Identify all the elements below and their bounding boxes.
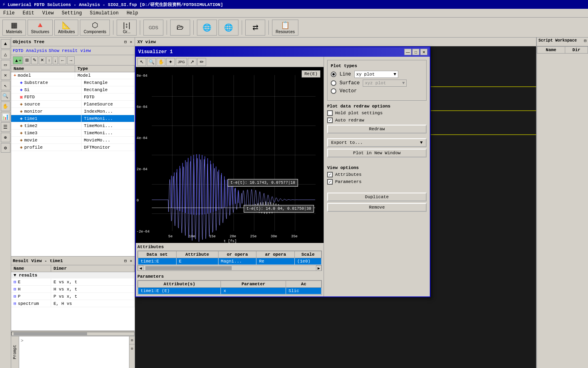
tree-add-btn[interactable]: ▲+ <box>13 56 23 64</box>
param-row-0[interactable]: time1:E (E) x Slic <box>138 288 322 294</box>
result-row-E[interactable]: ⊞ E E vs x, t <box>11 278 135 286</box>
menu-setting[interactable]: Setting <box>60 10 83 16</box>
menu-simulation[interactable]: Simulation <box>88 10 120 16</box>
vis-pen-btn[interactable]: ✏ <box>197 58 206 66</box>
fdtd-analysis-bar: FDTD Analysis Show result view <box>11 46 135 55</box>
tree-down-btn[interactable]: ↓ <box>53 56 58 64</box>
tree-right-btn[interactable]: → <box>67 56 75 64</box>
vis-zoom-btn[interactable]: 🔍 <box>147 58 156 66</box>
hold-plot-checkbox[interactable] <box>327 110 333 116</box>
menu-help[interactable]: Help <box>125 10 140 16</box>
result-row-spectrum[interactable]: ⊞ spectrum E, H vs <box>11 300 135 307</box>
menu-edit[interactable]: Edit <box>21 10 36 16</box>
tree-grid-btn[interactable]: ⊞ <box>24 56 30 64</box>
tree-row-fdtd[interactable]: ▣ FDTD FDTD <box>11 93 135 101</box>
xyz-plot-dropdown[interactable]: xyz plot ▼ <box>363 80 407 87</box>
script-minimize-btn[interactable]: ⊟ <box>584 38 586 45</box>
tree-delete-btn[interactable]: ✕ <box>39 56 46 64</box>
redraw-button[interactable]: Redraw <box>327 125 427 133</box>
result-row-H[interactable]: ⊞ H H vs x, t <box>11 286 135 293</box>
gr-button[interactable]: |↕| Gr... <box>117 20 137 36</box>
menu-view[interactable]: View <box>41 10 56 16</box>
attributes-button[interactable]: 📐 Attributes <box>54 20 78 36</box>
attr-scrollbar-thumb[interactable] <box>145 266 232 270</box>
tree-row-profile[interactable]: ◈ profile DFTMonitor <box>11 144 135 151</box>
tree-row-monitor[interactable]: ◈ monitor IndexMon... <box>11 108 135 115</box>
side-icon-hand[interactable]: ✋ <box>1 101 10 111</box>
tree-row-time2[interactable]: ◈ time2 TimeMoni... <box>11 122 135 129</box>
tree-edit-btn[interactable]: ✎ <box>31 56 38 64</box>
vis-close-btn[interactable]: ✕ <box>420 49 427 55</box>
objects-tree-close[interactable]: ✕ <box>129 40 133 44</box>
vis-hand-btn[interactable]: ✋ <box>157 58 165 66</box>
attributes-view-checkbox[interactable]: ✓ <box>327 172 333 177</box>
show-result-link[interactable]: Show result view <box>49 48 91 53</box>
side-icon-list[interactable]: ☰ <box>1 122 10 132</box>
vis-crosshair-btn[interactable]: ✦ <box>166 58 175 66</box>
side-icon-add[interactable]: ⊕ <box>1 133 10 142</box>
result-row-P[interactable]: ⊞ P P vs x, t <box>11 293 135 300</box>
radio-vector[interactable] <box>331 88 336 94</box>
side-icon-gear[interactable]: ⚙ <box>1 143 10 153</box>
tree-left-btn[interactable]: ← <box>59 56 66 64</box>
arrows-button[interactable]: ⇄ <box>245 20 265 36</box>
result-view-close[interactable]: ✕ <box>129 259 133 263</box>
prompt-input-area[interactable]: > <box>19 336 129 368</box>
tree-row-source[interactable]: ◈ source PlaneSource <box>11 101 135 108</box>
plot-new-window-button[interactable]: Plot in New Window <box>327 149 427 157</box>
tab-indicator-2[interactable]: ⊟ <box>129 344 135 352</box>
tree-row-substrate[interactable]: ◆ Substrate Rectangle <box>11 79 135 86</box>
vis-jpg-btn[interactable]: JPG <box>176 58 187 66</box>
xy-plot-dropdown[interactable]: xy plot ▼ <box>354 71 398 78</box>
materials-button[interactable]: ▦ Materials <box>2 20 26 36</box>
components-button[interactable]: ⬡ Components <box>80 20 110 36</box>
result-scrollbar-thumb[interactable] <box>14 332 87 336</box>
duplicate-button[interactable]: Duplicate <box>327 193 427 201</box>
attr-scrollbar[interactable]: ◀ ▶ <box>137 265 322 271</box>
tree-row-si[interactable]: ◆ Si Rectangle <box>11 86 135 93</box>
parameters-view-checkbox[interactable]: ✓ <box>327 179 333 185</box>
tree-up-btn[interactable]: ↑ <box>46 56 52 64</box>
tab-indicator[interactable]: ⊟ <box>129 336 135 344</box>
result-scrollbar[interactable] <box>11 330 135 336</box>
vis-export-btn[interactable]: ↗ <box>188 58 197 66</box>
vis-maximize-btn[interactable]: □ <box>412 49 419 55</box>
script-table: Name Dir <box>537 46 588 54</box>
auto-redraw-checkbox[interactable]: ✓ <box>327 117 333 123</box>
resources-button[interactable]: 📋 Resources <box>272 20 298 36</box>
attr-scroll-left[interactable]: ◀ <box>138 265 143 271</box>
tree-row-movie[interactable]: ◈ movie MovieMo... <box>11 137 135 144</box>
radio-surface[interactable] <box>331 80 336 86</box>
attr-scroll-right[interactable]: ▶ <box>316 265 322 271</box>
side-icon-rect[interactable]: ▭ <box>1 60 10 70</box>
folder-button[interactable]: 🗁 <box>170 20 190 36</box>
fdtd-analysis-link[interactable]: FDTD Analysis <box>13 48 47 53</box>
result-view-minimize[interactable]: ⊟ <box>123 259 127 263</box>
attr-row-0[interactable]: time1:E E Magni... Re (1e0) <box>138 258 322 265</box>
remove-button[interactable]: Remove <box>327 203 427 212</box>
side-icon-cursor[interactable]: ↖ <box>1 81 10 90</box>
vis-minimize-btn[interactable]: — <box>404 49 411 55</box>
vis-plot-area[interactable]: Re(E) t-e(t): 10.1743, 0.07577|18 t-e(t)… <box>136 67 324 243</box>
tree-row-time3[interactable]: ◈ time3 TimeMoni... <box>11 129 135 137</box>
result-group-results[interactable]: ▼ results <box>11 272 135 278</box>
objects-tree-minimize[interactable]: ⊟ <box>123 40 127 44</box>
side-icon-outline-triangle[interactable]: △ <box>1 50 10 59</box>
globe1-button[interactable]: 🌐 <box>197 20 217 36</box>
structures-button[interactable]: 🔺 Structures <box>28 20 53 36</box>
visualizer-title-bar[interactable]: Visualizer 1 — □ ✕ <box>136 47 430 57</box>
tree-row-time1[interactable]: ◈ time1 TimeMoni... <box>11 115 135 122</box>
globe2-button[interactable]: 🌐 <box>219 20 238 36</box>
export-button[interactable]: Export to... ▼ <box>327 138 427 147</box>
side-icon-zoom[interactable]: 🔍 <box>1 91 10 101</box>
side-icon-triangle[interactable]: ▲ <box>1 39 10 49</box>
side-icon-chart[interactable]: 📊 <box>1 112 10 121</box>
menu-file[interactable]: File <box>2 10 16 16</box>
radio-line[interactable] <box>331 72 336 77</box>
result-scrollbar-track[interactable] <box>11 332 135 336</box>
vis-cursor-btn[interactable]: ↖ <box>137 58 146 66</box>
tree-row-model[interactable]: + model Model <box>11 72 135 79</box>
attr-scrollbar-track[interactable] <box>143 265 316 271</box>
gds-button[interactable]: GDS <box>143 20 163 36</box>
side-icon-cross[interactable]: ✕ <box>1 70 10 80</box>
